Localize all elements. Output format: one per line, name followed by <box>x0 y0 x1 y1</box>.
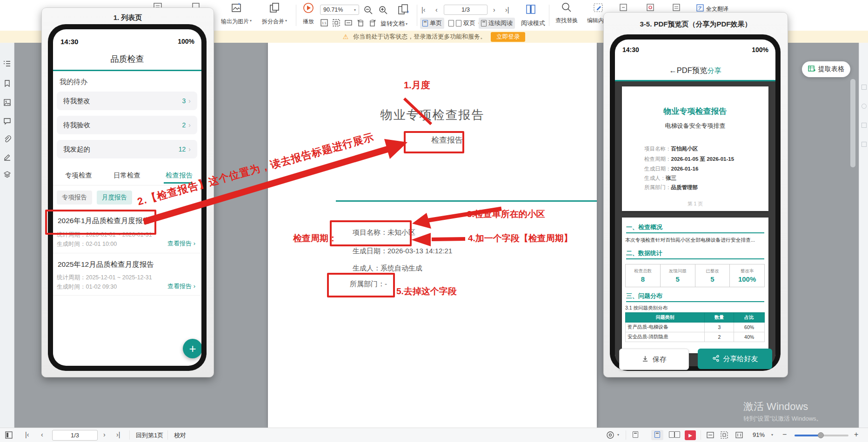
fit-width-icon[interactable] <box>344 19 353 29</box>
chevron-down-icon[interactable]: ▾ <box>617 433 619 437</box>
pdf-preview-nav: ←PDF预览分享 <box>615 66 775 76</box>
report-item-title[interactable]: 2025年12月品质检查月度报告 <box>58 260 154 270</box>
page-number-input[interactable]: 1/3 <box>444 5 487 15</box>
tab-special-inspection[interactable]: 专项检查 <box>65 171 92 180</box>
zoom-slider-handle[interactable] <box>818 432 824 438</box>
rotate-left-icon[interactable] <box>356 19 365 29</box>
collapsed-tool-icon[interactable] <box>861 85 867 90</box>
collapsed-tool-icon[interactable] <box>861 123 867 128</box>
report-title: 物业专项检查报告 <box>268 107 597 123</box>
scrollbar-up-icon[interactable]: ▲ <box>850 51 854 56</box>
page-number-input[interactable]: 1/3 <box>52 430 98 441</box>
back-nav-label[interactable]: ←PDF预览 <box>669 66 708 74</box>
outline-icon[interactable] <box>0 59 14 67</box>
pdf-h1-rule <box>626 232 764 233</box>
fit-width-icon[interactable] <box>706 431 714 441</box>
zoom-in-plus[interactable]: + <box>854 430 858 439</box>
pdf-page-1: 物业专项检查报告 电梯设备安全专项排查 项目名称：百怡苑小区 检查周期：2026… <box>622 86 768 211</box>
continuous-view-icon[interactable] <box>633 431 638 440</box>
split-merge-button[interactable]: 拆分合并▾ <box>256 2 293 26</box>
save-button[interactable]: 保存 <box>619 349 689 370</box>
chevron-down-icon[interactable]: ▾ <box>771 433 773 437</box>
export-image-icon <box>230 2 242 16</box>
pdf-report-subtitle: 电梯设备安全专项排查 <box>622 122 768 130</box>
pdf-report-title: 物业专项检查报告 <box>622 106 768 117</box>
pdf-sub-heading: 3.1 按问题类别分布 <box>625 305 668 311</box>
prev-page-icon[interactable]: ‹ <box>435 6 438 13</box>
annotation-period-label: 检查周期： <box>293 232 337 244</box>
todo-item-accept[interactable]: 待我验收 2› <box>57 116 197 134</box>
copy-pages-icon[interactable] <box>396 3 410 19</box>
report-item-title[interactable]: 2026年1月品质检查月度报告 <box>58 216 150 226</box>
todo-item-initiated[interactable]: 我发起的 12› <box>57 140 197 158</box>
actual-size-icon[interactable] <box>735 431 743 441</box>
play-button[interactable]: 播放 <box>299 2 318 26</box>
prev-page-icon[interactable]: ‹ <box>41 431 43 438</box>
view-report-link[interactable]: 查看报告 › <box>154 239 195 248</box>
field-generate-person: 生成人：系统自动生成 <box>353 264 422 273</box>
actual-size-icon[interactable]: 1:1 <box>320 19 328 29</box>
collapsed-tool-icon[interactable] <box>861 104 867 109</box>
single-page-toggle[interactable]: 单页 <box>420 18 444 29</box>
fit-page-icon[interactable] <box>720 431 728 441</box>
pill-monthly-report[interactable]: 月度报告 <box>97 191 132 205</box>
pill-special-report[interactable]: 专项报告 <box>57 191 92 205</box>
first-page-icon[interactable]: |‹ <box>25 431 29 438</box>
chevron-right-icon: › <box>188 97 191 105</box>
table-row: 资产品质-电梯设备 3 60% <box>626 323 765 332</box>
login-now-button[interactable]: 立即登录 <box>491 32 525 42</box>
first-page-icon[interactable]: |‹ <box>421 6 425 13</box>
zoom-out-icon[interactable] <box>364 6 373 17</box>
tab-inspection-report[interactable]: 检查报告 <box>166 171 193 180</box>
zoom-out-minus[interactable]: − <box>782 430 787 439</box>
zoom-percentage[interactable]: 91% <box>753 431 765 438</box>
share-link[interactable]: 分享 <box>708 66 721 74</box>
last-page-icon[interactable]: ›| <box>505 6 509 13</box>
read-mode-button[interactable]: 阅读模式 <box>519 18 548 29</box>
export-image-button[interactable]: 输出为图片▾ <box>218 2 255 26</box>
double-page-toggle[interactable]: 双页 ▾ <box>446 18 482 29</box>
double-view-icon[interactable] <box>669 431 680 440</box>
zoom-slider-fill <box>795 435 821 436</box>
toolbar-divider <box>417 5 417 26</box>
single-view-icon[interactable] <box>651 430 663 440</box>
find-replace-button[interactable]: 查找替换 <box>553 2 581 25</box>
pen-edit-icon[interactable] <box>0 153 14 161</box>
proofread-button[interactable]: 校对 <box>174 431 186 440</box>
zoom-in-icon[interactable] <box>379 6 388 17</box>
collapsed-tool-icon[interactable] <box>861 142 867 147</box>
back-to-first-page-button[interactable]: 回到第1页 <box>136 431 163 440</box>
view-options-icon[interactable] <box>606 431 614 441</box>
edit-pencil-icon <box>593 2 604 15</box>
rotate-doc-button[interactable]: 旋转文档 ▾ <box>381 20 407 28</box>
annotation-4-add-field: 4.加一个字段【检查周期】 <box>468 232 573 244</box>
zoom-level-combo[interactable]: 90.71% ▾ <box>320 5 359 15</box>
attachment-icon[interactable] <box>0 135 14 143</box>
field-department: 所属部门：- <box>350 280 387 289</box>
comment-icon[interactable] <box>0 117 14 125</box>
share-to-friends-button[interactable]: 分享给好友 <box>698 349 772 369</box>
bookmark-icon[interactable] <box>0 79 14 87</box>
slideshow-play-button[interactable]: ▶ <box>685 430 696 440</box>
view-report-link[interactable]: 查看报告 › <box>154 282 195 290</box>
book-icon[interactable] <box>525 3 537 17</box>
next-page-icon[interactable]: › <box>103 431 106 438</box>
status-battery: 100% <box>173 38 194 45</box>
thumbnail-image-icon[interactable] <box>0 99 14 106</box>
thumbnail-panel-icon[interactable] <box>5 431 13 441</box>
statusbar-divider <box>167 430 168 440</box>
last-page-icon[interactable]: ›| <box>116 431 120 438</box>
phone-screen-pdf: 14:30 100% ←PDF预览分享 物业专项检查报告 电梯设备安全专项排查 … <box>615 40 775 366</box>
todo-item-rectify[interactable]: 待我整改 3› <box>57 92 197 110</box>
problem-distribution-table: 问题类别 数量 占比 资产品质-电梯设备 3 60% 安全品质-消防隐患 2 4… <box>625 312 765 342</box>
extract-table-button[interactable]: 提取表格 <box>802 61 850 77</box>
pdf-meta-date: 生成日期：2026-01-16 <box>644 164 698 172</box>
tab-daily-inspection[interactable]: 日常检查 <box>114 171 140 180</box>
layers-icon[interactable] <box>0 171 14 178</box>
vertical-scrollbar[interactable] <box>850 79 855 167</box>
fit-page-icon[interactable] <box>332 19 341 29</box>
next-page-icon[interactable]: › <box>493 6 495 13</box>
rotate-right-icon[interactable] <box>368 19 377 29</box>
add-button[interactable]: + <box>183 339 201 358</box>
continuous-read-toggle[interactable]: 连续阅读 <box>479 18 515 29</box>
